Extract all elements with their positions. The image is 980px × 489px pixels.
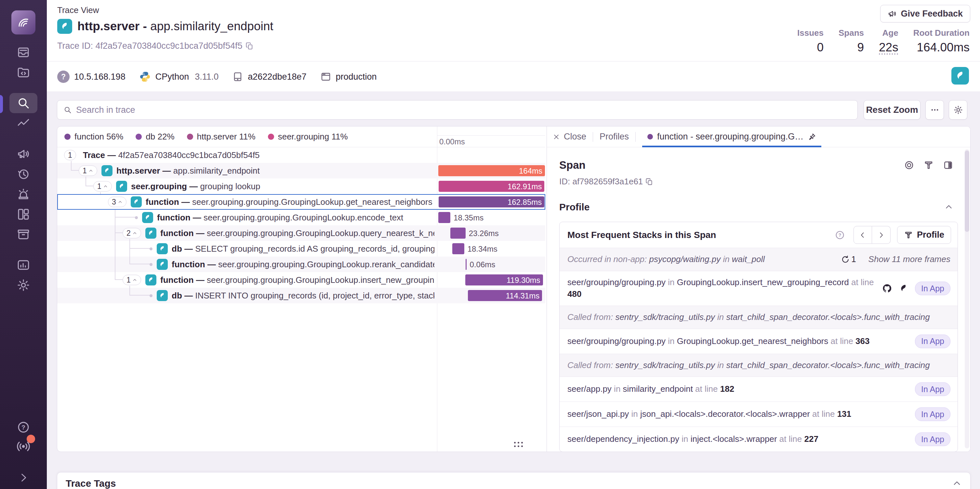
- sidebar-item-search[interactable]: [10, 93, 37, 113]
- pin-icon[interactable]: [808, 133, 816, 141]
- sidebar-item-projects[interactable]: [10, 62, 37, 83]
- in-app-badge: In App: [915, 408, 950, 421]
- sidebar-item-help[interactable]: [0, 421, 47, 434]
- sidebar-item-dashboards[interactable]: [10, 204, 37, 225]
- frame-line-number: 227: [804, 434, 818, 444]
- seer-logo-tile[interactable]: [951, 67, 969, 84]
- tab-span-active[interactable]: function - seer.grouping.grouping.G…: [642, 126, 821, 147]
- layout-split-icon[interactable]: [943, 160, 953, 170]
- stack-frame-row[interactable]: seer/grouping/grouping.py in GroupingLoo…: [560, 271, 958, 306]
- drawer-scrollbar-thumb[interactable]: [965, 151, 969, 232]
- chip-count: 1: [126, 276, 131, 285]
- span-count-chip[interactable]: 1: [79, 166, 97, 176]
- span-tree-row[interactable]: 2function — seer.grouping.grouping.Group…: [57, 225, 545, 241]
- stack-context-row: Called from: sentry_sdk/tracing_utils.py…: [560, 354, 958, 377]
- duration-bar[interactable]: 114.31ms: [468, 290, 542, 301]
- trace-meta: ?10.5.168.198CPython3.11.0a2622dbe18e7pr…: [57, 67, 384, 86]
- close-drawer-tab[interactable]: Close: [553, 132, 586, 142]
- duration-bar[interactable]: 162.91ms: [439, 181, 545, 192]
- leaf-connector-dot: [150, 263, 153, 266]
- collapse-chevron-icon[interactable]: [944, 202, 953, 212]
- span-count-chip[interactable]: 1: [93, 181, 112, 191]
- trace-tags-panel[interactable]: Trace Tags: [57, 472, 970, 489]
- next-stack-button[interactable]: [872, 226, 891, 244]
- leaf-connector-dot: [135, 216, 138, 219]
- search-input[interactable]: [57, 100, 858, 119]
- prev-stack-button[interactable]: [854, 226, 872, 244]
- more-options-button[interactable]: [925, 100, 944, 119]
- seer-span-icon: [102, 165, 113, 176]
- panel-resize-handle[interactable]: [514, 442, 525, 449]
- give-feedback-button[interactable]: Give Feedback: [880, 5, 970, 22]
- stack-row-actions: 1Show 11 more frames: [841, 253, 950, 265]
- stat-value[interactable]: 22s: [879, 41, 898, 54]
- stack-frame-row[interactable]: seer/app.py in similarity_endpoint at li…: [560, 376, 958, 401]
- stack-frame-row[interactable]: seer/grouping/grouping.py in GroupingLoo…: [560, 329, 958, 354]
- span-tree-row[interactable]: db — SELECT grouping_records.id AS group…: [57, 241, 545, 256]
- help-icon[interactable]: [835, 230, 845, 240]
- tree-connector: [130, 264, 151, 264]
- profile-funnel-icon[interactable]: [923, 160, 934, 170]
- profile-section-header[interactable]: Profile: [559, 202, 958, 213]
- span-tree-row[interactable]: db — INSERT INTO grouping_records (id, p…: [57, 288, 545, 303]
- copy-icon[interactable]: [646, 178, 653, 186]
- collapse-chevron-icon[interactable]: [952, 479, 962, 488]
- span-row-label: http.server — app.similarity_endpoint: [116, 166, 260, 176]
- span-tree-row[interactable]: 1seer.grouping — grouping lookup162.91ms: [57, 178, 545, 194]
- span-count-chip[interactable]: 3: [108, 197, 126, 207]
- frame-function: start_child_span_decorator.<locals>.func…: [726, 312, 930, 322]
- frame-infix: in: [629, 409, 640, 419]
- span-count-chip[interactable]: 2: [123, 228, 141, 238]
- span-tree-row[interactable]: 1function — seer.grouping.grouping.Group…: [57, 272, 545, 288]
- sidebar-item-replays[interactable]: [10, 164, 37, 184]
- sidebar-item-archive[interactable]: [10, 225, 37, 244]
- span-tree-row[interactable]: function — seer.grouping.grouping.Groupi…: [57, 210, 545, 225]
- duration-bar[interactable]: 18.34ms: [452, 243, 464, 254]
- duration-bar[interactable]: 119.30ms: [465, 274, 543, 285]
- frequent-stacks-card: Most Frequent Stacks in this Span Profil…: [559, 222, 958, 452]
- duration-bar[interactable]: 23.26ms: [450, 228, 466, 239]
- span-tree-row[interactable]: 1http.server — app.similarity_endpoint16…: [57, 163, 545, 178]
- span-tree-row[interactable]: 3function — seer.grouping.grouping.Group…: [57, 194, 545, 210]
- sidebar-item-megaphone[interactable]: [10, 144, 37, 164]
- stack-frame-row[interactable]: seer/dependency_injection.py in inject.<…: [560, 427, 958, 452]
- span-row-label: function — seer.grouping.grouping.Groupi…: [160, 228, 434, 238]
- sidebar-expand-button[interactable]: [0, 472, 47, 483]
- github-icon[interactable]: [882, 283, 892, 294]
- frame-path: sentry_sdk/tracing_utils.py: [615, 312, 715, 322]
- span-count-chip[interactable]: 1: [64, 150, 76, 160]
- duration-bar[interactable]: 18.35ms: [438, 212, 450, 223]
- sidebar-item-issues[interactable]: [10, 42, 37, 62]
- meta-question: ?10.5.168.198: [57, 70, 126, 83]
- sidebar-item-whats-new[interactable]: [0, 439, 47, 454]
- sentry-logo[interactable]: [11, 10, 35, 35]
- show-more-frames-link[interactable]: Show 11 more frames: [869, 253, 950, 265]
- seer-span-icon: [116, 181, 127, 192]
- stack-row-actions: In App: [915, 334, 950, 348]
- seer-icon[interactable]: [899, 284, 908, 293]
- open-profile-button[interactable]: Profile: [897, 226, 951, 244]
- frame-path: seer/json_api.py: [567, 409, 629, 419]
- span-tree-row[interactable]: function — seer.grouping.grouping.Groupi…: [57, 256, 545, 272]
- sidebar-item-alerts[interactable]: [10, 184, 37, 204]
- span-tree-row[interactable]: 1Trace — 4f2a57ea703840cc9c1bca7d05bf54f…: [57, 147, 545, 163]
- trace-settings-button[interactable]: [949, 100, 967, 119]
- stack-frame-row[interactable]: seer/json_api.py in json_api.<locals>.de…: [560, 401, 958, 427]
- duration-bar[interactable]: 0.06ms: [466, 259, 466, 270]
- span-count-chip[interactable]: 1: [123, 275, 141, 285]
- header: Trace View http.server - app.similarity_…: [47, 0, 980, 91]
- stack-context-row: Occurred in non-app: psycopg/waiting.py …: [560, 248, 958, 271]
- copy-icon[interactable]: [245, 42, 254, 50]
- frame-line-number: 182: [720, 384, 734, 394]
- sidebar-item-pulse[interactable]: [10, 113, 37, 133]
- reset-zoom-button[interactable]: Reset Zoom: [864, 100, 921, 119]
- focus-span-icon[interactable]: [904, 160, 914, 170]
- meta-text: 10.5.168.198: [74, 72, 126, 82]
- tab-profiles[interactable]: Profiles: [600, 132, 629, 142]
- duration-bar[interactable]: 164ms: [438, 165, 545, 176]
- stack-context-row: Called from: sentry_sdk/tracing_utils.py…: [560, 306, 958, 329]
- duration-bar[interactable]: 162.85ms: [439, 196, 545, 207]
- frame-at-line: at line: [693, 384, 720, 394]
- sidebar-item-stats[interactable]: [10, 255, 37, 275]
- sidebar-item-settings[interactable]: [10, 275, 37, 295]
